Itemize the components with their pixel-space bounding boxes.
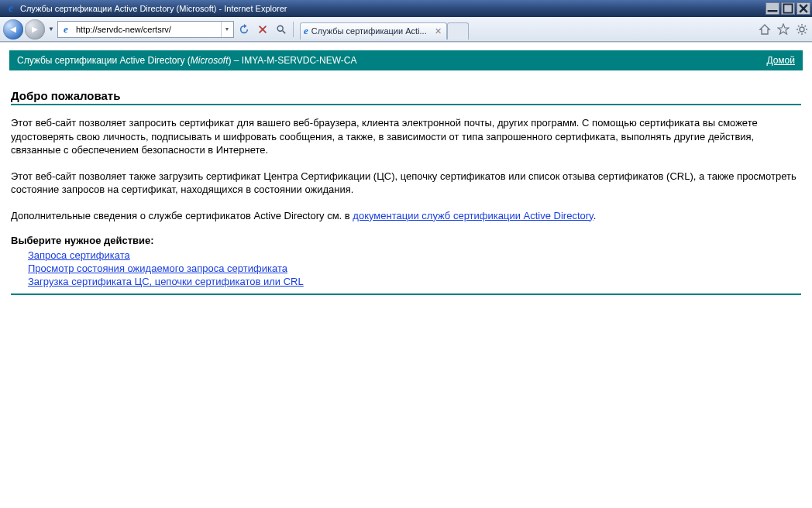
action-heading: Выберите нужное действие: — [11, 235, 801, 246]
divider — [11, 104, 801, 105]
favorites-button[interactable] — [776, 22, 790, 36]
window-titlebar: e Службы сертификации Active Directory (… — [0, 0, 812, 17]
browser-toolbar: ◄ ► ▼ e ▾ e Службы сертификации Acti... … — [0, 17, 812, 42]
home-link[interactable]: Домой — [766, 55, 795, 66]
arrow-right-icon: ► — [30, 24, 40, 34]
action-view-pending[interactable]: Просмотр состояния ожидаемого запроса се… — [28, 263, 287, 274]
intro-paragraph-3: Дополнительные сведения о службе сертифи… — [11, 209, 801, 223]
svg-line-7 — [283, 30, 286, 33]
new-tab-button[interactable] — [447, 22, 469, 39]
toolbar-separator — [293, 22, 294, 37]
ie-favicon-icon: e — [304, 25, 308, 37]
ca-body: Добро пожаловать Этот веб-сайт позволяет… — [9, 70, 803, 295]
action-request-certificate[interactable]: Запроса сертификата — [28, 249, 130, 261]
svg-point-8 — [800, 27, 804, 32]
svg-rect-1 — [783, 4, 792, 12]
window-controls — [766, 2, 810, 15]
ca-header-suffix: ) – IMYA-M-SERVDC-NEW-CA — [229, 55, 357, 66]
ca-header-bar: Службы сертификации Active Directory (Mi… — [9, 50, 803, 70]
window-title: Службы сертификации Active Directory (Mi… — [20, 4, 766, 13]
svg-line-14 — [805, 32, 807, 33]
intro-paragraph-2: Этот веб-сайт позволяет также загрузить … — [11, 170, 801, 197]
minimize-button[interactable] — [766, 2, 779, 15]
close-button[interactable] — [797, 2, 810, 15]
para3-suffix: . — [594, 210, 597, 221]
tab-active[interactable]: e Службы сертификации Acti... ✕ — [300, 22, 447, 39]
page-title: Добро пожаловать — [11, 89, 801, 102]
action-list: Запроса сертификата Просмотр состояния о… — [11, 249, 801, 287]
arrow-left-icon: ◄ — [9, 24, 19, 34]
svg-line-16 — [798, 32, 800, 33]
maximize-button[interactable] — [781, 2, 795, 15]
tab-title: Службы сертификации Acti... — [311, 26, 427, 36]
ca-header-company: Microsoft — [191, 55, 229, 66]
svg-line-15 — [805, 26, 807, 27]
page-viewport: Службы сертификации Active Directory (Mi… — [0, 42, 812, 508]
address-dropdown[interactable]: ▾ — [221, 22, 232, 37]
ie-icon: e — [5, 2, 17, 15]
tab-close-icon[interactable]: ✕ — [435, 26, 442, 36]
forward-button[interactable]: ► — [25, 19, 45, 39]
svg-point-6 — [277, 26, 283, 31]
action-download-ca[interactable]: Загрузка сертификата ЦС, цепочки сертифи… — [28, 276, 304, 287]
ie-favicon-icon: e — [60, 23, 72, 36]
toolbar-right — [758, 22, 809, 36]
docs-link[interactable]: документации служб сертификации Active D… — [353, 210, 593, 221]
refresh-button[interactable] — [236, 21, 253, 38]
nav-history-dropdown[interactable]: ▼ — [46, 26, 56, 33]
address-input[interactable] — [74, 24, 221, 35]
para3-prefix: Дополнительные сведения о службе сертифи… — [11, 210, 353, 221]
stop-button[interactable] — [254, 21, 271, 38]
ca-header-title: Службы сертификации Active Directory (Mi… — [17, 55, 766, 66]
address-bar[interactable]: e ▾ — [57, 21, 234, 38]
home-button[interactable] — [758, 22, 772, 36]
svg-line-13 — [798, 26, 800, 27]
intro-paragraph-1: Этот веб-сайт позволяет запросить сертиф… — [11, 116, 801, 157]
search-button[interactable] — [273, 21, 290, 38]
ca-header-prefix: Службы сертификации Active Directory ( — [17, 55, 191, 66]
tools-button[interactable] — [795, 22, 809, 36]
divider — [11, 293, 801, 295]
back-button[interactable]: ◄ — [3, 19, 23, 39]
tab-strip: e Службы сертификации Acti... ✕ — [300, 19, 469, 39]
